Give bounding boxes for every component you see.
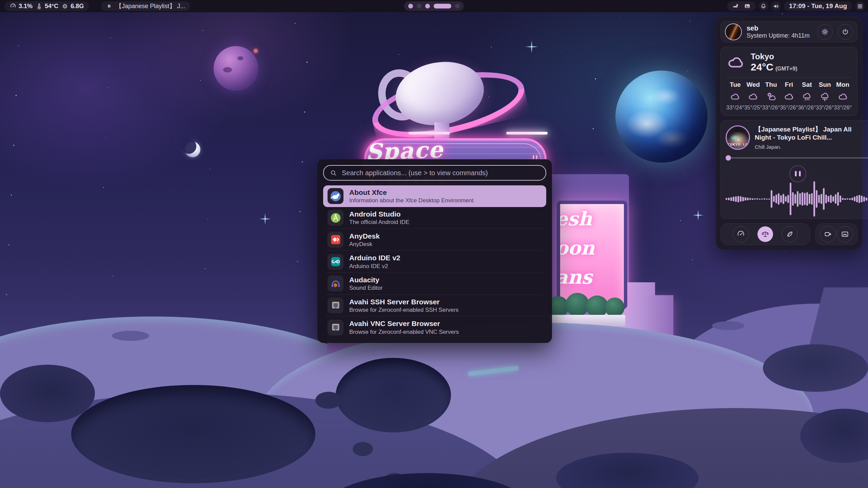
screenshot-button[interactable] (837, 226, 853, 242)
apps-grid-icon (857, 3, 863, 9)
cloud-icon (784, 91, 794, 102)
top-bar: 3.1% 54°C 6.8G 【Japanese Playlist】 J... (0, 0, 868, 12)
app-description: Browse for Zeroconf-enabled SSH Servers (349, 306, 458, 313)
weather-header: Tokyo 24°C(GMT+9) (726, 52, 852, 73)
app-row-audacity[interactable]: Audacity Sound Editor (323, 272, 546, 294)
workspace-dot[interactable] (417, 4, 421, 8)
now-playing-label: 【Japanese Playlist】 J... (116, 2, 185, 10)
workspace-dot[interactable] (455, 4, 460, 8)
weather-city: Tokyo (751, 52, 797, 61)
window-text-fragment: esh (557, 204, 624, 233)
crater (353, 442, 373, 456)
bell-icon (760, 3, 767, 9)
thermometer-icon (36, 3, 42, 9)
window-text-fragment: oon (557, 233, 624, 262)
audio-waveform (726, 184, 868, 214)
network-jack-icon (328, 320, 343, 336)
top-bar-right: 17:09 - Tue, 19 Aug (727, 1, 865, 11)
album-art: TOKYO LO (726, 125, 750, 150)
cloud-icon (730, 91, 741, 102)
app-description: Sound Editor (349, 284, 382, 291)
weather-temperature: 24°C (751, 61, 773, 73)
speedometer-icon (737, 230, 745, 238)
app-description: The official Android IDE (349, 219, 409, 226)
app-name: Avahi SSH Server Browser (349, 298, 458, 306)
weather-timezone: (GMT+9) (775, 66, 797, 72)
app-row-android-studio[interactable]: Android Studio The official Android IDE (323, 207, 546, 229)
app-grid-button[interactable] (855, 1, 865, 11)
search-input[interactable] (341, 169, 539, 177)
search-icon (330, 169, 337, 177)
search-bar[interactable] (323, 165, 546, 181)
quick-actions (721, 223, 857, 245)
power-saver-profile-button[interactable] (782, 226, 798, 242)
app-name: Android Studio (349, 210, 409, 219)
weather-card: Tokyo 24°C(GMT+9) Tue 33°/24° Wed 35°/25… (721, 47, 857, 116)
clock[interactable]: 17:09 - Tue, 19 Aug (784, 1, 852, 11)
control-center-panel: seb System Uptime: 4h11m Tokyo 24°C(GMT+… (715, 16, 863, 250)
workspace-switcher (404, 1, 464, 11)
power-button[interactable] (837, 24, 853, 40)
screenshot-icon (841, 230, 849, 238)
app-row-arduino[interactable]: Arduino IDE v2 Arduino IDE v2 (323, 250, 546, 272)
user-card: seb System Uptime: 4h11m (721, 21, 857, 42)
forecast-day: Wed 35°/25° (744, 81, 762, 111)
now-playing-pill[interactable]: 【Japanese Playlist】 J... (101, 1, 190, 11)
scales-icon (761, 230, 769, 238)
screen-record-button[interactable] (820, 226, 836, 242)
cpu-gauge-icon (10, 3, 16, 9)
tray-pill (727, 1, 756, 11)
anydesk-icon (328, 232, 343, 248)
cloud-icon (748, 91, 758, 102)
wallpaper-picker-icon[interactable] (744, 3, 751, 9)
track-subtitle: Chill Japan. (755, 144, 868, 150)
temp-stat: 54°C (36, 3, 58, 10)
settings-button[interactable] (817, 24, 833, 40)
pause-button[interactable] (789, 165, 806, 182)
album-caption: TOKYO LO (727, 143, 749, 147)
app-description: AnyDesk (349, 241, 380, 248)
cpu-stat: 3.1% (10, 3, 33, 10)
uptime-label: System Uptime: 4h11m (747, 32, 812, 39)
audacity-icon (328, 276, 343, 291)
crater (315, 392, 342, 409)
roof-light (409, 132, 450, 135)
app-description: Information about the Xfce Desktop Envir… (349, 197, 474, 204)
rain-icon (802, 91, 812, 102)
runcat-icon[interactable] (732, 3, 739, 9)
forecast-day: Sun 33°/26° (816, 81, 834, 111)
gear-icon (821, 28, 829, 36)
volume-button[interactable] (771, 1, 781, 11)
partly-sunny-icon (766, 91, 776, 102)
app-description: Browse for Zeroconf-enabled VNC Servers (349, 328, 459, 336)
workspace-dot[interactable] (434, 4, 451, 8)
crater (763, 344, 868, 392)
system-stats-pill: 3.1% 54°C 6.8G (5, 1, 89, 11)
app-name: Audacity (349, 276, 382, 284)
android-studio-icon (328, 210, 343, 226)
memory-stat: 6.8G (62, 3, 84, 10)
app-row-avahi-vnc[interactable]: Avahi VNC Server Browser Browse for Zero… (323, 316, 546, 338)
forecast-day: Tue 33°/24° (726, 81, 744, 111)
speaker-icon (773, 3, 779, 9)
app-row-avahi-ssh[interactable]: Avahi SSH Server Browser Browse for Zero… (323, 294, 546, 317)
avatar (725, 23, 742, 40)
window-text-fragment: ans (557, 262, 624, 291)
divider (726, 77, 852, 78)
crater (0, 365, 95, 422)
balanced-profile-button[interactable] (757, 226, 773, 242)
app-name: AnyDesk (349, 232, 380, 241)
app-row-anydesk[interactable]: AnyDesk AnyDesk (323, 228, 546, 250)
performance-profile-button[interactable] (733, 226, 749, 242)
forecast-day: Mon 33°/26° (834, 81, 852, 111)
seek-slider[interactable] (726, 155, 868, 161)
username: seb (747, 24, 812, 32)
app-results-list: About Xfce Information about the Xfce De… (317, 185, 552, 343)
slider-knob[interactable] (726, 155, 731, 161)
app-row-about-xfce[interactable]: About Xfce Information about the Xfce De… (323, 185, 546, 207)
notifications-button[interactable] (759, 1, 768, 11)
workspace-dot[interactable] (425, 4, 430, 8)
arduino-icon (328, 254, 343, 270)
clock-label: 17:09 - Tue, 19 Aug (789, 2, 847, 10)
workspace-dot[interactable] (408, 4, 413, 8)
